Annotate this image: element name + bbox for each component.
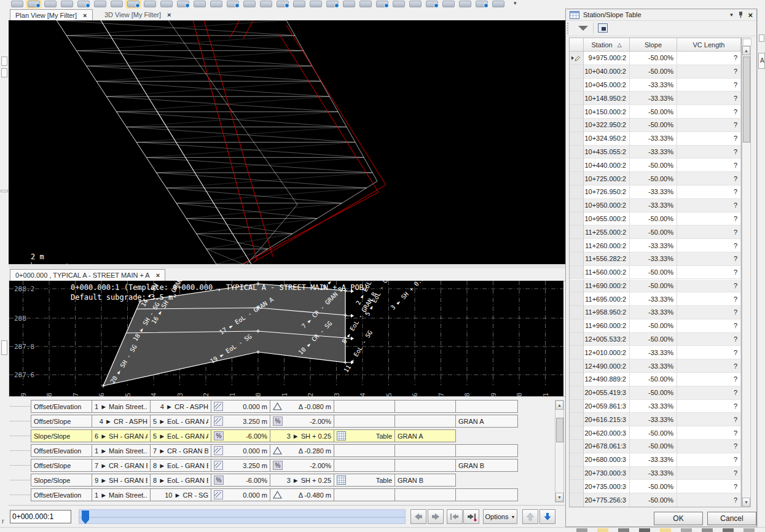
constraint-cell[interactable] (334, 488, 395, 501)
station-cell[interactable]: 11+255.000:2 (584, 225, 630, 239)
slope-cell[interactable]: -33.33% (630, 199, 677, 213)
row-marker[interactable] (570, 65, 584, 79)
constraint-cell[interactable] (394, 444, 456, 457)
vc-length-cell[interactable]: ? (677, 306, 741, 319)
constraint-cell[interactable]: Table (334, 429, 395, 442)
station-cell[interactable]: 11+556.282:2 (584, 252, 630, 266)
row-marker[interactable] (570, 280, 584, 293)
cancel-button[interactable]: Cancel (707, 512, 756, 525)
slope-cell[interactable]: -33.33% (630, 92, 677, 105)
constraint-cell[interactable]: GRAN A (455, 415, 518, 428)
tool-icon[interactable] (61, 1, 73, 7)
constraint-cell[interactable]: Table (334, 474, 395, 487)
tool-icon[interactable] (476, 1, 488, 7)
section-viewport[interactable]: 288.2288287.8287.6-9-8-7-6-5-4-3-2-10123… (9, 281, 563, 396)
constraint-cell[interactable]: GRAN A (394, 429, 456, 442)
vc-length-cell[interactable]: ? (677, 493, 741, 507)
constraint-cell[interactable] (455, 400, 518, 413)
tool-icon[interactable] (111, 1, 123, 7)
tool-icon[interactable] (210, 1, 222, 7)
slope-cell[interactable]: -50.00% (630, 266, 677, 280)
vc-length-cell[interactable]: ? (677, 292, 741, 306)
station-cell[interactable]: 20+678.061:3 (584, 440, 630, 453)
vc-length-cell[interactable]: ? (677, 92, 741, 105)
close-icon[interactable]: × (167, 11, 171, 18)
constraint-cell[interactable]: 3 ► SH + 0.25 (270, 474, 334, 487)
station-cell[interactable]: 12+010.000:2 (584, 346, 630, 359)
row-marker[interactable] (570, 359, 584, 373)
station-scrollbar[interactable]: ▲ ▼ (742, 37, 751, 507)
vc-length-cell[interactable]: ? (677, 400, 741, 413)
tool-icon[interactable] (44, 1, 57, 7)
constraint-cell[interactable]: 9 ► SH - GRAN B (92, 474, 151, 487)
slope-cell[interactable]: -50.00% (630, 52, 677, 65)
station-cell[interactable]: 9+975.000:2 (584, 52, 630, 65)
next-station-button[interactable] (428, 509, 444, 524)
prev-station-button[interactable] (410, 509, 426, 524)
tool-icon[interactable] (359, 1, 372, 7)
row-marker[interactable] (570, 132, 584, 146)
vc-length-cell[interactable]: ? (677, 119, 741, 132)
station-cell[interactable]: 12+490.000:2 (584, 359, 630, 373)
ok-button[interactable]: OK (654, 512, 703, 525)
column-header-slope[interactable]: Slope (630, 38, 677, 52)
station-cell[interactable]: 10+148.950:2 (584, 92, 630, 105)
vc-length-cell[interactable]: ? (677, 386, 741, 400)
row-marker[interactable] (570, 292, 584, 306)
row-marker[interactable] (570, 79, 584, 92)
tool-icon[interactable] (177, 1, 189, 7)
last-station-button[interactable] (463, 509, 479, 524)
slope-cell[interactable]: -50.00% (630, 172, 677, 186)
tool-icon[interactable] (160, 1, 173, 7)
constraint-cell[interactable]: %-2.00% (270, 459, 334, 472)
constraint-type-cell[interactable]: Offset/Slope (31, 415, 92, 428)
slope-cell[interactable]: -33.33% (630, 132, 677, 146)
slope-cell[interactable]: -50.00% (630, 373, 677, 386)
station-cell[interactable]: 20+730.000:3 (584, 467, 630, 480)
slope-cell[interactable]: -50.00% (630, 105, 677, 119)
station-cell[interactable]: 10+150.000:2 (584, 105, 630, 119)
vc-length-cell[interactable]: ? (677, 359, 741, 373)
vc-length-cell[interactable]: ? (677, 213, 741, 226)
slider-thumb[interactable] (82, 510, 89, 524)
constraint-cell[interactable]: Δ -0.480 m (270, 488, 334, 501)
station-cell[interactable]: 12+005.533:2 (584, 333, 630, 346)
tool-icon[interactable] (426, 1, 438, 7)
slope-cell[interactable]: -33.33% (630, 467, 677, 480)
docked-tab-alignment[interactable]: Al (758, 53, 765, 69)
row-marker[interactable] (570, 146, 584, 159)
constraint-cell[interactable]: 7 ► CR - GRAN B (150, 444, 211, 457)
constraint-cell[interactable]: 8 ► EoL - GRAN B (150, 474, 211, 487)
station-cell[interactable]: 10+045.000:2 (584, 79, 630, 92)
constraint-cell[interactable]: GRAN B (394, 474, 456, 487)
constraint-cell[interactable]: 10 ► CR - SG (150, 488, 211, 501)
station-cell[interactable]: 10+955.000:2 (584, 213, 630, 226)
tool-icon[interactable] (77, 1, 90, 7)
splitter[interactable] (9, 264, 565, 268)
vc-length-cell[interactable]: ? (677, 373, 741, 386)
vc-length-cell[interactable]: ? (677, 158, 741, 172)
station-cell[interactable]: 20+620.000:3 (584, 426, 630, 440)
tool-icon[interactable] (227, 1, 239, 7)
row-marker[interactable] (570, 413, 584, 426)
close-icon[interactable]: × (156, 272, 160, 279)
row-marker[interactable] (570, 186, 584, 199)
row-marker[interactable] (570, 105, 584, 119)
slope-cell[interactable]: -33.33% (630, 306, 677, 319)
tab-3d-view[interactable]: 3D View [My Filter] × (100, 9, 176, 20)
constraint-cell[interactable]: 5 ► EoL - GRAN A (150, 415, 211, 428)
vc-length-cell[interactable]: ? (677, 280, 741, 293)
constraint-type-cell[interactable]: Slope/Slope (31, 429, 92, 442)
row-marker[interactable] (570, 493, 584, 507)
constraint-cell[interactable]: 0.000 m (211, 400, 270, 413)
vc-length-cell[interactable]: ? (677, 132, 741, 146)
station-cell[interactable]: 10+950.000:2 (584, 199, 630, 213)
slope-cell[interactable]: -33.33% (630, 400, 677, 413)
row-marker[interactable] (570, 467, 584, 480)
close-icon[interactable]: × (83, 12, 87, 19)
station-cell[interactable]: 11+958.950:2 (584, 306, 630, 319)
tool-icon[interactable] (94, 1, 106, 7)
constraint-cell[interactable]: 4 ► CR - ASPH (92, 415, 151, 428)
station-cell[interactable]: 10+725.000:2 (584, 172, 630, 186)
constraint-type-cell[interactable]: Offset/Elevation (31, 488, 92, 501)
